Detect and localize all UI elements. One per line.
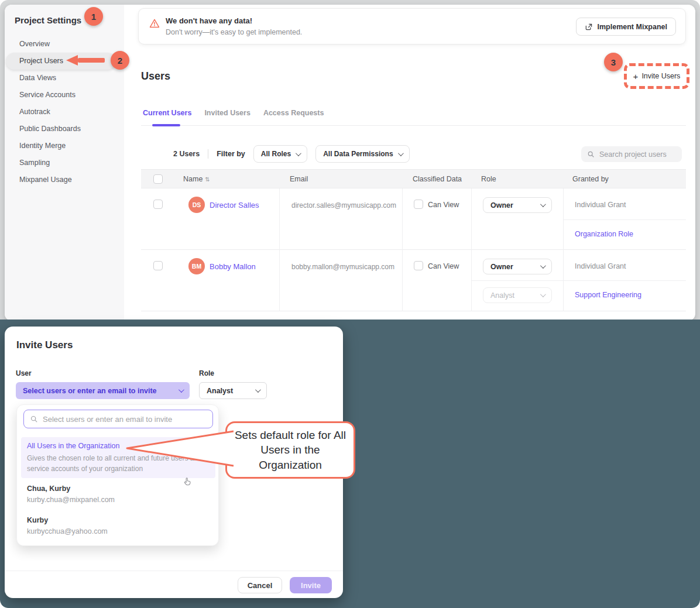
user-count: 2 Users [173,150,200,158]
modal-footer-divider [5,571,343,571]
chevron-down-icon [255,387,261,393]
role-dropdown-disabled: Analyst [483,287,552,303]
can-view-checkbox[interactable] [414,200,423,209]
granted-by-text: Individual Grant [575,262,626,270]
option-email: kurbycchua@yahoo.com [27,527,108,535]
implement-mixpanel-button[interactable]: Implement Mixpanel [576,18,676,36]
annotation-badge-1: 1 [84,7,103,26]
role-dropdown[interactable]: Owner [483,259,552,274]
tab-invited-users[interactable]: Invited Users [204,109,251,125]
implement-button-label: Implement Mixpanel [598,23,667,31]
role-select-dropdown[interactable]: Analyst [199,382,267,399]
annotation-badge-2: 2 [111,51,129,70]
user-email: bobby.mallon@mymusicapp.com [291,263,394,271]
user-name-link[interactable]: Director Salles [210,201,259,209]
granted-divider [563,219,686,220]
col-header-classified-data: Classified Data [413,175,462,183]
chevron-down-icon [540,291,546,297]
all-data-permissions-filter[interactable]: All Data Permissions [315,145,409,163]
chevron-down-icon [179,387,184,393]
column-divider [563,188,564,250]
sort-icon[interactable]: ⇅ [205,176,210,183]
all-roles-filter[interactable]: All Roles [253,145,307,163]
search-icon [587,150,595,158]
column-divider [563,250,564,311]
invite-submit-button[interactable]: Invite [290,577,332,593]
invite-users-label: Invite Users [641,72,680,80]
search-input[interactable] [599,150,675,159]
plus-icon: + [633,72,639,81]
users-tabs: Current Users Invited Users Access Reque… [143,109,324,125]
user-email: director.salles@mymusicapp.com [291,201,396,209]
invite-users-dashed-highlight: + Invite Users [624,63,689,89]
cancel-button[interactable]: Cancel [238,577,282,593]
col-header-granted-by: Granted by [572,175,609,183]
can-view-checkbox[interactable] [414,261,423,270]
modal-title: Invite Users [16,339,73,351]
table-header-row: Name⇅ Email Classified Data Role Granted… [141,169,686,188]
sidebar-item-overview[interactable]: Overview [5,36,124,53]
users-table: Name⇅ Email Classified Data Role Granted… [141,169,686,311]
filter-row: 2 Users Filter by All Roles All Data Per… [173,145,410,163]
all-roles-label: All Roles [261,150,291,158]
column-divider [279,188,280,250]
column-divider [402,250,403,311]
granted-by-link[interactable]: Organization Role [575,230,633,238]
dropdown-search-input[interactable] [43,415,201,424]
option-email: kurby.chua@mixpanel.com [27,496,115,504]
user-field-label: User [16,369,32,377]
table-row: DS Director Salles director.salles@mymus… [141,188,686,250]
sidebar-item-service-accounts[interactable]: Service Accounts [5,87,124,104]
chevron-down-icon [540,201,546,207]
sidebar-item-data-views[interactable]: Data Views [5,70,124,87]
table-row: BM Bobby Mallon bobby.mallon@mymusicapp.… [141,250,686,311]
external-link-icon [585,23,593,31]
granted-divider [471,280,686,281]
row-checkbox[interactable] [153,200,163,209]
role-dropdown[interactable]: Owner [483,197,552,213]
search-project-users[interactable] [581,146,682,162]
role-value: Owner [490,263,513,271]
chevron-down-icon [540,263,546,269]
sidebar-item-public-dashboards[interactable]: Public Dashboards [5,121,124,138]
callout-text: Sets default role for All Users in the O… [234,428,348,472]
column-divider [471,188,472,250]
can-view-label: Can View [428,201,459,209]
tabs-divider [141,125,686,126]
granted-by-link[interactable]: Support Engineering [575,291,641,299]
user-name-link[interactable]: Bobby Mallon [210,262,256,271]
hand-pointer-icon [182,476,193,487]
sidebar-item-identity-merge[interactable]: Identity Merge [5,138,124,154]
sidebar-item-autotrack[interactable]: Autotrack [5,104,124,121]
col-header-name: Name⇅ [183,175,210,183]
filter-by-label: Filter by [217,150,245,158]
avatar: DS [188,197,205,213]
annotation-arrow-icon [66,55,105,66]
project-settings-window: Project Settings Overview Project Users … [5,5,695,321]
select-all-checkbox[interactable] [153,174,163,184]
user-select-value: Select users or enter an email to invite [23,387,157,395]
option-title: Chua, Kurby [27,485,70,493]
page-title: Project Settings [15,15,81,25]
sidebar-item-mixpanel-usage[interactable]: Mixpanel Usage [5,171,124,188]
role-field-label: Role [199,369,214,377]
tab-current-users[interactable]: Current Users [143,109,191,125]
granted-by-text: Individual Grant [575,201,626,209]
sidebar: Project Settings Overview Project Users … [5,5,124,321]
invite-users-button[interactable]: + Invite Users [633,72,681,81]
sidebar-nav: Overview Project Users Data Views Servic… [5,36,124,188]
banner-subtitle: Don't worry—it's easy to get implemented… [166,28,302,36]
row-checkbox[interactable] [153,261,163,270]
divider [208,149,208,159]
sidebar-item-sampling[interactable]: Sampling [5,154,124,171]
column-divider [471,250,472,311]
role-value: Owner [490,201,513,209]
chevron-down-icon [398,150,404,156]
screenshot-canvas: Project Settings Overview Project Users … [0,0,700,608]
role-value: Analyst [490,291,514,300]
role-select-value: Analyst [207,387,233,395]
user-select-dropdown[interactable]: Select users or enter an email to invite [16,382,190,399]
tab-access-requests[interactable]: Access Requests [263,109,324,125]
all-users-option-link[interactable]: All Users in the Organization [27,442,119,450]
users-section-title: Users [141,70,170,83]
